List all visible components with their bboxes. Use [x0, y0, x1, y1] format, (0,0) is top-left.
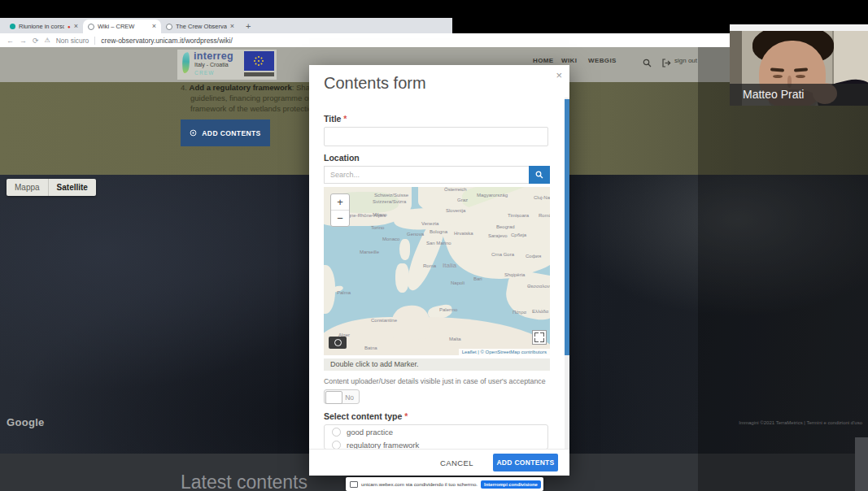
content-type-option-label: regulatory framework — [347, 441, 419, 450]
map-label: Србија — [511, 232, 526, 237]
banner-line-3: framework of the wetlands protection — [190, 104, 316, 113]
webcam-overlay[interactable]: — ❐ Matteo Prati — [730, 24, 868, 106]
contents-form-modal: Contents form × Title * Location — [309, 65, 569, 476]
location-search-row — [324, 166, 550, 184]
modal-close-icon[interactable]: × — [556, 69, 562, 81]
toggle-value: No — [345, 393, 354, 402]
satellite-button[interactable]: Satellite — [48, 179, 96, 196]
tab-close-icon[interactable]: × — [230, 23, 234, 30]
webex-share-bar: unicam.webex.com sta condividendo il tuo… — [346, 477, 543, 491]
location-search-button[interactable] — [529, 166, 550, 184]
map-label: Slovenija — [446, 208, 465, 213]
map-type-control: Mappa Satellite — [7, 179, 96, 196]
map-label: Svizzera/Svizra — [373, 199, 406, 204]
modal-scrollbar-thumb[interactable] — [565, 99, 569, 355]
map-land-sardinia — [395, 263, 409, 293]
tab-crew-observatory-webgis[interactable]: The Crew Observatory - WebGI × — [161, 20, 239, 33]
map-label: Magyarország — [477, 193, 508, 198]
zoom-out-button[interactable]: − — [331, 210, 349, 226]
recording-indicator-icon: ● — [68, 24, 71, 29]
globe-favicon-icon — [88, 24, 94, 30]
map-label: Bologna — [430, 229, 447, 234]
map-label: Italia — [443, 262, 456, 269]
security-label: Non sicuro — [56, 37, 89, 45]
map-label: Constantine — [371, 318, 397, 323]
map-label: Sarajevo — [488, 233, 508, 238]
eu-stars-icon — [258, 60, 260, 62]
map-label: Genova — [407, 232, 424, 237]
map-label: Cluj-Nap — [534, 195, 550, 200]
content-type-option-regulatory-framework[interactable]: regulatory framework — [325, 438, 547, 450]
logo-program: CREW — [194, 70, 215, 76]
globe-favicon-icon — [166, 24, 172, 30]
map-label: Θεσσαλονίκη — [527, 284, 550, 289]
title-input[interactable] — [324, 127, 548, 146]
content-type-option-good-practice[interactable]: good practice — [325, 425, 547, 438]
location-search-input[interactable] — [324, 166, 529, 184]
map-label: Ελλάδα — [532, 309, 548, 314]
radio-icon[interactable] — [332, 428, 341, 437]
nav-wiki[interactable]: WIKI — [561, 57, 577, 64]
fullscreen-icon[interactable] — [532, 330, 547, 345]
new-tab-button[interactable]: + — [246, 21, 251, 31]
toggle-knob — [325, 391, 342, 404]
camera-icon[interactable] — [329, 337, 347, 349]
marker-hint: Double click to add Marker. — [324, 358, 550, 371]
add-contents-banner-button[interactable]: ADD CONTENTS — [181, 119, 270, 146]
back-icon[interactable]: ← — [7, 37, 14, 45]
content-type-listbox: good practice regulatory framework — [324, 424, 548, 450]
screen: Riunione in corso... ● × Wiki – CREW × T… — [0, 0, 868, 491]
map-label: Monaco — [382, 237, 399, 241]
nav-home[interactable]: HOME — [533, 57, 554, 64]
tab-title: Wiki – CREW — [98, 23, 149, 30]
uploader-visibility-label: Content uploader/User details visible ju… — [324, 377, 565, 385]
participant-name-label: Matteo Prati — [730, 84, 868, 106]
right-shade-overlay — [698, 47, 868, 491]
tab-webex-meeting[interactable]: Riunione in corso... ● × — [5, 20, 83, 33]
page-scrollbar[interactable] — [855, 437, 868, 491]
search-icon[interactable] — [643, 56, 652, 71]
leaflet-map[interactable]: Schweiz/SuisseSvizzera/SvizraÖsterreichM… — [324, 187, 550, 355]
location-label: Location — [324, 153, 360, 163]
content-type-option-label: good practice — [347, 428, 393, 437]
map-label: Român — [539, 213, 550, 218]
sign-out-label[interactable]: sign out — [674, 57, 697, 64]
tab-close-icon[interactable]: × — [152, 23, 156, 30]
url-divider — [94, 37, 95, 45]
tab-wiki-crew[interactable]: Wiki – CREW × — [83, 20, 161, 33]
google-logo: Google — [7, 416, 45, 428]
banner-bold-text: Add a regulatory framework — [190, 83, 292, 92]
map-button[interactable]: Mappa — [7, 179, 48, 196]
title-label: Title * — [324, 114, 347, 124]
uploader-visibility-toggle[interactable]: No — [324, 389, 360, 404]
map-label: Napoli — [451, 280, 465, 285]
zoom-in-button[interactable]: + — [331, 194, 349, 210]
add-contents-submit-button[interactable]: ADD CONTENTS — [493, 454, 558, 471]
map-label: Beograd — [496, 224, 515, 229]
map-land-malta — [451, 332, 455, 335]
map-label: Graz — [457, 198, 468, 202]
eu-flag-caption — [244, 72, 274, 76]
screen-share-icon — [350, 481, 358, 488]
map-label: Österreich — [444, 187, 467, 192]
not-secure-warning-icon[interactable]: ⚠ — [45, 37, 50, 44]
tab-close-icon[interactable]: × — [74, 23, 78, 30]
leaflet-attribution[interactable]: Leaflet | © OpenStreetMap contributors — [459, 349, 550, 355]
forward-icon[interactable]: → — [20, 37, 27, 45]
map-label: Schweiz/Suisse — [374, 193, 408, 198]
cancel-button[interactable]: CANCEL — [440, 458, 473, 467]
sign-out-icon[interactable] — [662, 56, 671, 71]
required-asterisk: * — [343, 114, 347, 124]
radio-icon[interactable] — [332, 441, 341, 450]
map-label: Malta — [449, 337, 461, 341]
stop-sharing-button[interactable]: Interrompi condivisione — [481, 480, 541, 489]
map-label: Crna Gora — [491, 252, 514, 257]
search-icon — [535, 171, 543, 179]
refresh-icon[interactable]: ⟳ — [33, 37, 39, 45]
map-label: San Marino — [426, 241, 451, 246]
map-label: Timișoara — [508, 213, 529, 218]
url-text[interactable]: crew-observatory.unicam.it/wordpress/wik… — [101, 37, 232, 45]
nav-webgis[interactable]: WEBGIS — [588, 57, 617, 64]
content-type-label: Select content type * — [324, 411, 408, 421]
map-label: Marseille — [360, 250, 379, 254]
